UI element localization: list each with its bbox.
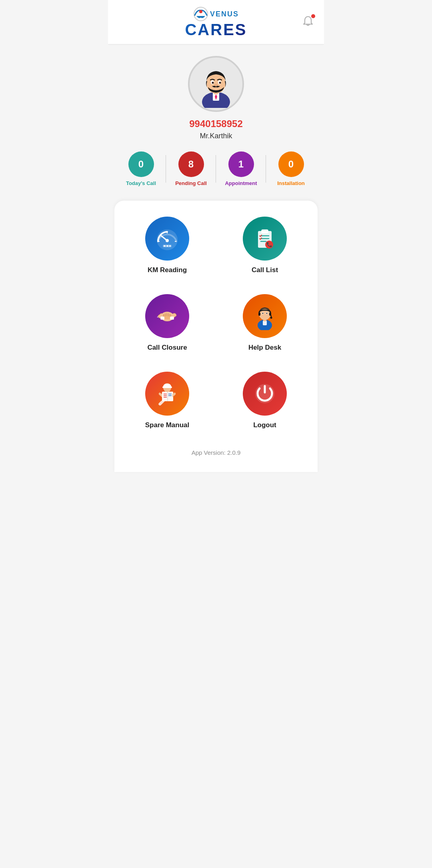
app-version: App Version: 2.0.9 bbox=[122, 441, 310, 460]
app-header: VENUS CARES bbox=[108, 0, 324, 44]
svg-rect-31 bbox=[170, 317, 174, 320]
profile-section: 9940158952 Mr.Karthik 0 Today's Call 8 P… bbox=[108, 44, 324, 194]
todays-call-value: 0 bbox=[138, 159, 144, 170]
stat-appointment[interactable]: 1 Appointment bbox=[216, 151, 266, 186]
notification-button[interactable] bbox=[300, 14, 316, 31]
svg-rect-30 bbox=[160, 317, 164, 320]
logo-circle-icon bbox=[193, 6, 208, 22]
call-list-icon-wrapper: 📞 bbox=[243, 217, 287, 261]
user-name: Mr.Karthik bbox=[200, 132, 232, 140]
pending-call-circle: 8 bbox=[178, 151, 204, 177]
menu-item-call-closure[interactable]: Call Closure bbox=[122, 290, 212, 356]
svg-rect-19 bbox=[164, 245, 166, 247]
spare-manual-icon bbox=[153, 380, 181, 408]
call-closure-label: Call Closure bbox=[147, 344, 187, 352]
stat-pending-call[interactable]: 8 Pending Call bbox=[166, 151, 216, 186]
logout-icon bbox=[251, 380, 279, 408]
stats-row: 0 Today's Call 8 Pending Call 1 Appointm… bbox=[116, 151, 316, 186]
km-reading-icon bbox=[153, 225, 181, 253]
call-closure-icon bbox=[153, 302, 181, 330]
appointment-circle: 1 bbox=[228, 151, 254, 177]
svg-rect-40 bbox=[258, 313, 260, 316]
menu-grid: KM Reading 📞 bbox=[122, 213, 310, 433]
svg-point-39 bbox=[266, 313, 268, 314]
call-closure-icon-wrapper bbox=[145, 294, 189, 338]
installation-circle: 0 bbox=[278, 151, 304, 177]
svg-point-11 bbox=[219, 82, 221, 84]
help-desk-icon-wrapper bbox=[243, 294, 287, 338]
todays-call-circle: 0 bbox=[128, 151, 154, 177]
appointment-value: 1 bbox=[238, 159, 244, 170]
stat-installation[interactable]: 0 Installation bbox=[266, 151, 316, 186]
km-reading-icon-wrapper bbox=[145, 217, 189, 261]
menu-item-spare-manual[interactable]: Spare Manual bbox=[122, 368, 212, 433]
logout-label: Logout bbox=[253, 421, 276, 429]
call-list-icon: 📞 bbox=[251, 225, 279, 253]
svg-point-42 bbox=[270, 317, 272, 319]
avatar bbox=[188, 56, 244, 112]
logo-cares-text: CARES bbox=[185, 22, 247, 38]
menu-item-logout[interactable]: Logout bbox=[220, 368, 310, 433]
svg-point-38 bbox=[262, 313, 264, 314]
installation-label: Installation bbox=[277, 180, 305, 186]
phone-number: 9940158952 bbox=[189, 118, 242, 129]
svg-rect-23 bbox=[261, 229, 268, 233]
km-reading-label: KM Reading bbox=[148, 266, 187, 274]
call-list-label: Call List bbox=[252, 266, 278, 274]
svg-point-17 bbox=[166, 239, 169, 242]
avatar-image bbox=[192, 60, 240, 108]
help-desk-icon bbox=[251, 302, 279, 330]
pending-call-label: Pending Call bbox=[175, 180, 207, 186]
logo-venus-text: VENUS bbox=[210, 10, 239, 18]
logo: VENUS CARES bbox=[185, 6, 247, 38]
notification-dot bbox=[311, 14, 315, 18]
todays-call-label: Today's Call bbox=[126, 180, 156, 186]
menu-item-help-desk[interactable]: Help Desk bbox=[220, 290, 310, 356]
svg-point-10 bbox=[212, 82, 214, 84]
spare-manual-icon-wrapper bbox=[145, 372, 189, 416]
stat-todays-call[interactable]: 0 Today's Call bbox=[116, 151, 166, 186]
main-card: KM Reading 📞 bbox=[114, 201, 318, 472]
logout-icon-wrapper bbox=[243, 372, 287, 416]
appointment-label: Appointment bbox=[225, 180, 257, 186]
pending-call-value: 8 bbox=[188, 159, 194, 170]
help-desk-label: Help Desk bbox=[248, 344, 281, 352]
logo-venus-row: VENUS bbox=[193, 6, 239, 22]
menu-item-call-list[interactable]: 📞 Call List bbox=[220, 213, 310, 278]
svg-point-1 bbox=[199, 10, 202, 13]
menu-item-km-reading[interactable]: KM Reading bbox=[122, 213, 212, 278]
svg-rect-51 bbox=[162, 386, 172, 388]
svg-rect-20 bbox=[166, 245, 168, 247]
svg-rect-21 bbox=[169, 245, 171, 247]
spare-manual-label: Spare Manual bbox=[145, 421, 190, 429]
svg-text:📞: 📞 bbox=[266, 241, 272, 247]
installation-value: 0 bbox=[288, 159, 294, 170]
